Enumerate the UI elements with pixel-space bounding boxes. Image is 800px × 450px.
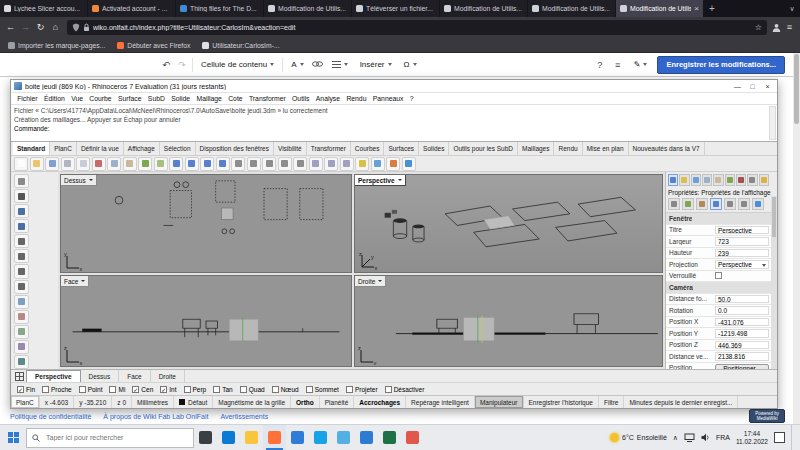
link-icon[interactable]: [312, 60, 324, 70]
viewport-droite[interactable]: Droite z y: [354, 275, 663, 367]
split-icon[interactable]: [324, 157, 338, 171]
tab-list-button[interactable]: ∨: [784, 0, 800, 17]
print-icon[interactable]: [61, 157, 75, 171]
osnap-checkbox[interactable]: [240, 386, 247, 393]
osnap-option[interactable]: Projeter: [346, 386, 378, 393]
copy-icon[interactable]: [107, 157, 121, 171]
save-button[interactable]: Enregistrer les modifications...: [657, 56, 785, 74]
new-tab-button[interactable]: +: [704, 0, 720, 17]
status-item[interactable]: z 0: [112, 396, 132, 408]
browser-tab[interactable]: Lychee Slicer accou...: [0, 0, 88, 17]
osnap-option[interactable]: Point: [79, 386, 103, 393]
store-icon[interactable]: [309, 425, 332, 450]
osnap-option[interactable]: Proche: [42, 386, 72, 393]
status-item[interactable]: Repérage intelligent: [406, 396, 475, 408]
osnap-checkbox[interactable]: [17, 386, 24, 393]
status-item[interactable]: Millimètres: [132, 396, 174, 408]
osnap-option[interactable]: Int: [160, 386, 176, 393]
osnap-checkbox[interactable]: [160, 386, 167, 393]
reload-button[interactable]: ↻: [34, 23, 47, 32]
toolbar-tab[interactable]: Disposition des fenêtres: [196, 142, 274, 155]
dimension-props-icon[interactable]: [724, 198, 736, 210]
photos-icon[interactable]: [332, 425, 355, 450]
layers-tab-icon[interactable]: [679, 174, 689, 186]
browser-tab[interactable]: Activated account - ...: [88, 0, 176, 17]
toolbar-tab[interactable]: PlanC: [50, 142, 77, 155]
account-icon[interactable]: [772, 23, 781, 32]
help-tab-icon[interactable]: [702, 174, 712, 186]
browser-tab[interactable]: Téléverser un fichier...: [352, 0, 440, 17]
isocurve-props-icon[interactable]: [738, 198, 750, 210]
osnap-checkbox[interactable]: [109, 386, 116, 393]
osnap-option[interactable]: Tan: [213, 386, 232, 393]
paste-icon[interactable]: [123, 157, 137, 171]
browser-tab[interactable]: Thing files for The D...: [176, 0, 264, 17]
toolbar-tab[interactable]: Sélection: [160, 142, 196, 155]
mail-icon[interactable]: [286, 425, 309, 450]
firefox-icon[interactable]: [263, 425, 286, 450]
viewport-layout-icon[interactable]: [13, 370, 26, 382]
display-props-icon[interactable]: [710, 198, 722, 210]
point-tool-icon[interactable]: [14, 189, 29, 203]
toolbar-tab[interactable]: Courbes: [351, 142, 385, 155]
layers-icon[interactable]: [355, 157, 369, 171]
show-desktop-button[interactable]: [791, 425, 796, 450]
osnap-option[interactable]: Sommet: [306, 386, 339, 393]
viewport-tab[interactable]: Droite: [151, 370, 185, 382]
sun-tab-icon[interactable]: [759, 174, 769, 186]
disclaimer-link[interactable]: Avertissements: [220, 413, 268, 420]
curve-tool-icon[interactable]: [14, 219, 29, 233]
help-icon[interactable]: [402, 157, 416, 171]
paragraph-style-dropdown[interactable]: Cellule de contenu: [197, 56, 278, 74]
menu-item[interactable]: Vue: [68, 95, 86, 102]
browser-tab[interactable]: Modification de Utilis...: [528, 0, 616, 17]
display-tab-icon[interactable]: [691, 174, 701, 186]
special-character-dropdown[interactable]: Ω: [400, 56, 421, 74]
trim-icon[interactable]: [309, 157, 323, 171]
viewport-tab[interactable]: Dessus: [81, 370, 120, 382]
browser-tab[interactable]: Modification de Utilis...: [264, 0, 352, 17]
action-center-icon[interactable]: [774, 432, 785, 443]
select-tool-icon[interactable]: [14, 174, 29, 188]
status-item[interactable]: x -4.603: [40, 396, 75, 408]
about-link[interactable]: À propos de Wiki Fab Lab OnlFait: [103, 413, 208, 420]
osnap-icon[interactable]: [386, 157, 400, 171]
undo-icon[interactable]: [138, 157, 152, 171]
osnap-checkbox[interactable]: [213, 386, 220, 393]
property-value[interactable]: 0.0: [715, 306, 769, 315]
libraries-tab-icon[interactable]: [736, 174, 746, 186]
status-item[interactable]: Manipulateur: [475, 396, 524, 408]
clock[interactable]: 17:44 11.02.2022: [736, 430, 768, 446]
viewport-tab[interactable]: Perspective: [26, 370, 81, 382]
text-style-dropdown[interactable]: A: [287, 56, 307, 74]
task-view-icon[interactable]: [194, 425, 217, 450]
redo-icon[interactable]: [154, 157, 168, 171]
open-file-icon[interactable]: [30, 157, 44, 171]
rectangle-tool-icon[interactable]: [14, 264, 29, 278]
properties-scrollbar[interactable]: [771, 196, 777, 369]
bookmark-star-icon[interactable]: ☆: [755, 24, 762, 32]
undo-icon[interactable]: ↶: [160, 60, 172, 70]
property-value[interactable]: 446.369: [715, 341, 769, 350]
viewport-droite-tab[interactable]: Droite: [355, 276, 386, 287]
display-icon[interactable]: [371, 157, 385, 171]
surface-tool-icon[interactable]: [14, 295, 29, 309]
menu-item[interactable]: SubD: [145, 95, 168, 102]
new-file-icon[interactable]: [14, 157, 28, 171]
status-item[interactable]: Filtre: [599, 396, 624, 408]
status-item[interactable]: Ortho: [291, 396, 320, 408]
menu-item[interactable]: Rendu: [343, 95, 369, 102]
status-item[interactable]: PlanC: [11, 396, 40, 408]
info-props-icon[interactable]: [752, 198, 764, 210]
property-value[interactable]: Perspective: [715, 260, 769, 269]
network-icon[interactable]: [684, 433, 695, 442]
toolbar-tab[interactable]: Visibilité: [274, 142, 307, 155]
forward-button[interactable]: →: [19, 23, 32, 32]
osnap-option[interactable]: Cen: [132, 386, 153, 393]
toolbar-tab[interactable]: Nouveautés dans la V7: [629, 142, 705, 155]
privacy-link[interactable]: Politique de confidentialité: [10, 413, 91, 420]
osnap-checkbox[interactable]: [42, 386, 49, 393]
toolbar-tab[interactable]: Outils pour les SubD: [449, 142, 518, 155]
osnap-checkbox[interactable]: [385, 386, 392, 393]
viewport-perspective[interactable]: Perspective z x y: [354, 174, 663, 273]
